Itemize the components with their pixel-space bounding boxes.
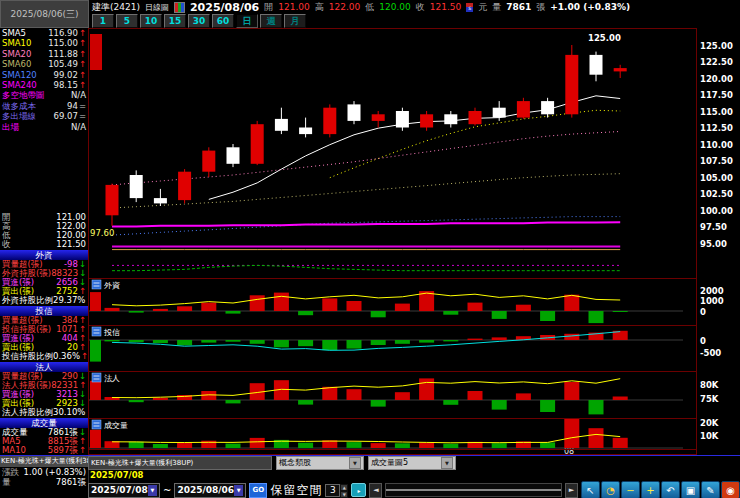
- timeframe-button-1[interactable]: 1: [92, 14, 114, 28]
- volume-value: 7861: [506, 2, 531, 12]
- panel-bar: [613, 397, 628, 401]
- chevron-down-icon[interactable]: ▼: [234, 485, 243, 496]
- panel-bar: [419, 443, 434, 449]
- open-label: 開: [264, 1, 273, 14]
- candle-body: [372, 114, 385, 121]
- cursor-icon[interactable]: ↖: [581, 481, 600, 498]
- panel-bar: [419, 378, 434, 400]
- indicator-label: SMA120: [2, 70, 37, 80]
- indicator-dropdown[interactable]: 成交量圖5 ▼: [368, 456, 456, 470]
- chevron-down-icon[interactable]: ▼: [349, 457, 361, 469]
- system-date: 2025/08/06(三): [11, 8, 79, 21]
- panel-bar: [105, 308, 120, 311]
- panel-bar: [347, 442, 362, 448]
- panel-bar: [129, 340, 144, 342]
- reserve-space-stepper[interactable]: 3 ▲ ▼: [325, 484, 348, 497]
- date-to-input[interactable]: 2025/08/06 ▼: [174, 483, 246, 498]
- trend-arrow-icon: ↑: [79, 38, 86, 48]
- chart-canvas[interactable]: 125.0097.6008外資投信法人成交量: [88, 28, 697, 455]
- alert-icon[interactable]: ◉: [721, 481, 740, 498]
- control-row: 2025/07/08 ▼ ~ 2025/08/06 ▼ GO 保留空間 3 ▲ …: [88, 482, 740, 498]
- panel-bar: [347, 301, 362, 311]
- panel-bar: [540, 400, 555, 412]
- panel-bar: [322, 298, 337, 311]
- edge-bar: [90, 381, 101, 400]
- candle-body: [227, 147, 240, 164]
- panel-bar: [468, 303, 483, 311]
- timeframe-button-30[interactable]: 30: [188, 14, 210, 28]
- panel-bar: [371, 400, 386, 407]
- stepper-down-icon[interactable]: ▼: [340, 491, 348, 498]
- grid-icon[interactable]: [174, 2, 185, 13]
- candle-body: [178, 172, 191, 200]
- axis-tick-label: 75K: [700, 394, 718, 404]
- axis-tick-label: 102.50: [700, 189, 733, 199]
- candle-body: [106, 185, 119, 215]
- chart-svg[interactable]: 125.0097.6008外資投信法人成交量: [88, 28, 697, 455]
- timeframe-button-10[interactable]: 10: [140, 14, 162, 28]
- panel-bar: [226, 340, 241, 342]
- candle-body: [590, 55, 603, 75]
- chevron-down-icon[interactable]: ▼: [441, 457, 453, 469]
- clipped-candle: [90, 34, 102, 70]
- window-icon[interactable]: ▣: [681, 481, 700, 498]
- indicator-label: 多出場線: [2, 111, 36, 121]
- draw-icon[interactable]: ✎: [701, 481, 720, 498]
- panel-bar: [153, 309, 168, 311]
- tool-icon-strip: ↖◔−+↶▣✎◉: [581, 481, 740, 498]
- change-row: 漲跌 1.00 (+0.83%): [0, 467, 88, 477]
- clock-icon[interactable]: ◔: [601, 481, 620, 498]
- indicator-label: SMA60: [2, 59, 31, 69]
- indicator-tab[interactable]: KEN-極光珠+爆大量(獲利38UP): [88, 456, 272, 470]
- timeframe-button-month[interactable]: 月: [284, 14, 306, 28]
- panel-bar: [492, 337, 507, 340]
- candle-body: [517, 101, 530, 118]
- axis-tick-label: 120.00: [700, 74, 733, 84]
- panel-bar: [395, 304, 410, 311]
- panel-bar: [322, 340, 337, 350]
- undo-icon[interactable]: ↶: [661, 481, 680, 498]
- scroll-left-button[interactable]: ◄: [369, 483, 382, 498]
- date-from-input[interactable]: 2025/07/08 ▼: [88, 483, 160, 498]
- indicator-row: 多出場線69.07=: [0, 111, 88, 121]
- zoom-out-icon[interactable]: −: [621, 481, 640, 498]
- scroll-right-button[interactable]: ►: [565, 483, 578, 498]
- indicator-value: 99.02↑: [54, 70, 86, 80]
- indicator-row: 法人持股比例30.10%↑: [0, 408, 88, 417]
- panel-icon: [92, 327, 101, 336]
- panel-bar: [250, 438, 265, 448]
- trend-arrow-icon: ↑: [79, 446, 86, 455]
- panel-bar: [395, 443, 410, 448]
- candle-body: [396, 111, 409, 128]
- indicator-row: 投信持股比例0.36%↑: [0, 352, 88, 361]
- volume-row-label: 量: [2, 477, 11, 487]
- timeframe-button-60[interactable]: 60: [212, 14, 234, 28]
- timeframe-button-day[interactable]: 日: [236, 14, 258, 28]
- axis-tick-label: 107.50: [700, 156, 733, 166]
- panel-bar: [492, 311, 507, 319]
- chart-wrap: 125.0097.6008外資投信法人成交量 125.00122.50120.0…: [88, 28, 740, 455]
- panel-bar: [564, 419, 579, 448]
- axis-tick-label: 10K: [700, 431, 718, 441]
- timeframe-button-week[interactable]: 週: [260, 14, 282, 28]
- bottom-bar: KEN-極光珠+爆大量(獲利38UP) 漲跌 1.00 (+0.83%) 量 7…: [0, 455, 740, 498]
- timeframe-button-15[interactable]: 15: [164, 14, 186, 28]
- apply-button[interactable]: ▸: [351, 483, 366, 497]
- indicator-row: 多空地帶圖N/A: [0, 90, 88, 100]
- sector-dropdown[interactable]: 概念類股 ▼: [276, 456, 364, 470]
- panel-bar: [226, 400, 241, 403]
- bottom-left-pane: KEN-極光珠+爆大量(獲利38UP) 漲跌 1.00 (+0.83%) 量 7…: [0, 456, 89, 498]
- candle-body: [541, 101, 554, 114]
- low-value: 120.00: [379, 2, 411, 12]
- trend-arrow-icon: ↑: [79, 80, 86, 90]
- candle-body: [420, 114, 433, 127]
- go-button[interactable]: GO: [249, 483, 267, 498]
- stepper-up-icon[interactable]: ▲: [340, 484, 348, 491]
- panel-bar: [443, 311, 458, 315]
- timeframe-button-5[interactable]: 5: [116, 14, 138, 28]
- chart-scrollbar[interactable]: [385, 483, 562, 497]
- chevron-down-icon[interactable]: ▼: [148, 485, 157, 496]
- candle-body: [130, 175, 143, 198]
- value-text: 94: [67, 101, 78, 111]
- zoom-in-icon[interactable]: +: [641, 481, 660, 498]
